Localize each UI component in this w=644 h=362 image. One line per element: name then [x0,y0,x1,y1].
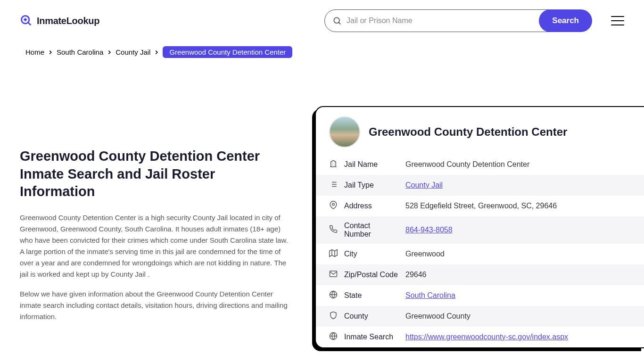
info-value: 29646 [405,271,427,279]
info-value[interactable]: County Jail [405,181,443,189]
phone-icon [329,225,338,235]
info-value: Greenwood County [405,312,471,321]
breadcrumb-type[interactable]: County Jail [116,48,150,56]
info-label: Inmate Search [344,333,399,341]
globe-icon [329,290,338,301]
info-card: Greenwood County Detention Center Jail N… [315,106,644,348]
info-row: Inmate Searchhttps://www.greenwoodcounty… [316,327,644,347]
chevron-right-icon [153,49,160,56]
svg-marker-13 [330,250,338,257]
info-value[interactable]: 864-943-8058 [405,226,453,234]
logo-text: InmateLookup [37,16,99,26]
chevron-right-icon [106,49,113,56]
building-icon [329,159,338,170]
search-button[interactable]: Search [539,9,592,32]
info-value[interactable]: South Carolina [405,291,455,300]
breadcrumb: Home South Carolina County Jail Greenwoo… [0,41,644,63]
map-icon [329,249,338,259]
info-row: CityGreenwood [316,244,644,264]
svg-line-1 [28,23,31,25]
shield-icon [329,311,338,321]
page-title: Greenwood County Detention Center Inmate… [20,148,292,201]
svg-point-12 [332,203,335,206]
info-label: Address [344,202,399,210]
pin-icon [329,201,338,211]
info-row: CountyGreenwood County [316,306,644,327]
info-row: Zip/Postal Code29646 [316,264,644,285]
info-label: County [344,312,399,321]
intro-paragraph-1: Greenwood County Detention Center is a h… [20,212,292,280]
breadcrumb-state[interactable]: South Carolina [57,48,103,56]
intro-paragraph-2: Below we have given information about th… [20,288,292,322]
svg-line-5 [339,22,340,24]
mail-icon [329,270,338,280]
search-input-wrap [324,9,550,32]
info-value[interactable]: https://www.greenwoodcounty-sc.gov/index… [405,333,568,341]
breadcrumb-home[interactable]: Home [25,48,44,56]
chevron-right-icon [47,49,54,56]
web-icon [329,332,338,342]
info-label: City [344,250,399,258]
logo[interactable]: InmateLookup [20,14,99,27]
info-label: Jail Type [344,181,399,189]
info-value: Greenwood County Detention Center [405,160,529,169]
facility-avatar [329,116,360,148]
info-label: State [344,291,399,300]
breadcrumb-current: Greenwood County Detention Center [163,46,292,58]
info-row: Jail TypeCounty Jail [316,175,644,196]
facility-title: Greenwood County Detention Center [369,125,567,139]
svg-point-4 [334,17,339,23]
info-row: StateSouth Carolina [316,285,644,306]
search-icon [332,16,342,25]
search-input[interactable] [347,10,542,32]
info-label: Zip/Postal Code [344,271,399,279]
search-container: Search [324,9,592,32]
info-label: Contact Number [344,222,399,239]
menu-icon[interactable] [611,16,624,25]
info-row: Contact Number864-943-8058 [316,216,644,244]
info-value: 528 Edgefield Street, Greenwood, SC, 296… [405,202,557,210]
info-row: Jail NameGreenwood County Detention Cent… [316,154,644,175]
info-value: Greenwood [405,250,445,258]
list-icon [329,180,338,190]
info-label: Jail Name [344,160,399,169]
search-logo-icon [20,14,33,27]
info-row: Address528 Edgefield Street, Greenwood, … [316,196,644,216]
